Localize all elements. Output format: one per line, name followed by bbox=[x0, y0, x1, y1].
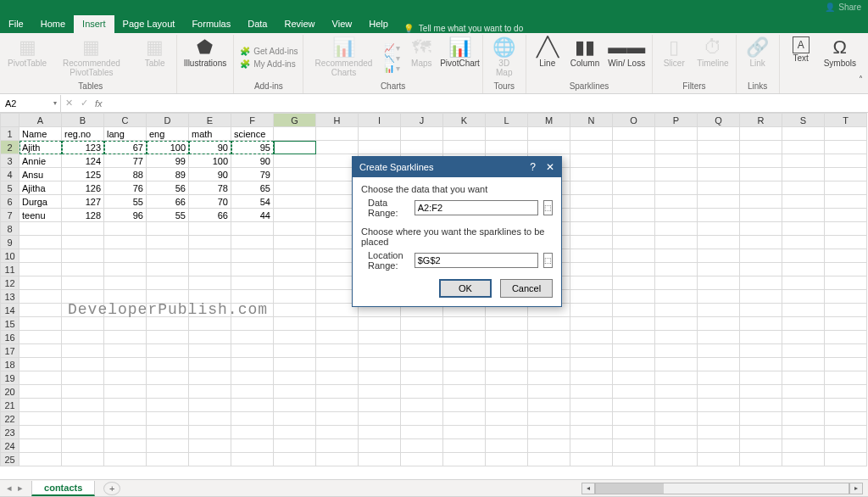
cell[interactable] bbox=[782, 127, 825, 141]
row-header[interactable]: 9 bbox=[1, 236, 19, 249]
cell[interactable] bbox=[401, 399, 443, 412]
cell[interactable] bbox=[698, 195, 740, 209]
cell[interactable] bbox=[782, 236, 825, 249]
cell[interactable] bbox=[528, 141, 570, 154]
cell[interactable] bbox=[782, 290, 825, 304]
cell[interactable] bbox=[62, 317, 104, 331]
cell[interactable] bbox=[613, 317, 655, 331]
cell[interactable] bbox=[613, 412, 655, 426]
cell[interactable]: Durga bbox=[19, 195, 62, 209]
cell[interactable] bbox=[316, 371, 359, 385]
slicer-button[interactable]: ▯Slicer bbox=[658, 35, 690, 68]
cell[interactable] bbox=[655, 276, 698, 290]
cell[interactable] bbox=[316, 439, 359, 453]
cell[interactable] bbox=[62, 249, 104, 263]
cell[interactable] bbox=[19, 304, 62, 317]
cell[interactable] bbox=[655, 181, 698, 195]
cell[interactable] bbox=[825, 331, 867, 344]
cell[interactable] bbox=[231, 439, 274, 453]
tab-data[interactable]: Data bbox=[239, 15, 275, 33]
cell[interactable] bbox=[401, 385, 443, 399]
cell[interactable] bbox=[698, 290, 740, 304]
share-label[interactable]: Share bbox=[838, 3, 861, 12]
cell[interactable] bbox=[740, 399, 782, 412]
cell[interactable] bbox=[231, 236, 274, 249]
cell[interactable] bbox=[613, 385, 655, 399]
cell[interactable] bbox=[782, 181, 825, 195]
cell[interactable] bbox=[19, 222, 62, 236]
cell[interactable] bbox=[274, 426, 316, 439]
cell[interactable]: reg.no bbox=[62, 127, 104, 141]
3dmap-button[interactable]: 🌐3D Map bbox=[488, 35, 520, 77]
cell[interactable] bbox=[740, 154, 782, 168]
cell[interactable] bbox=[443, 141, 486, 154]
cell[interactable] bbox=[698, 439, 740, 453]
cell[interactable] bbox=[825, 141, 867, 154]
cell[interactable] bbox=[655, 304, 698, 317]
data-range-input[interactable] bbox=[415, 200, 538, 215]
cell[interactable] bbox=[782, 453, 825, 466]
cell[interactable] bbox=[782, 249, 825, 263]
cell[interactable] bbox=[740, 263, 782, 276]
text-button[interactable]: AText bbox=[785, 35, 817, 63]
cell[interactable] bbox=[443, 317, 486, 331]
cell[interactable] bbox=[443, 399, 486, 412]
cell[interactable] bbox=[825, 344, 867, 358]
cell[interactable] bbox=[443, 344, 486, 358]
cell[interactable] bbox=[613, 236, 655, 249]
cell[interactable] bbox=[782, 412, 825, 426]
cell[interactable] bbox=[189, 399, 231, 412]
row-header[interactable]: 13 bbox=[1, 290, 19, 304]
tab-insert[interactable]: Insert bbox=[74, 15, 114, 33]
cell[interactable] bbox=[443, 331, 486, 344]
column-header[interactable]: D bbox=[147, 114, 189, 127]
cell[interactable] bbox=[274, 141, 316, 154]
cancel-button[interactable]: Cancel bbox=[500, 279, 553, 298]
cell[interactable] bbox=[189, 236, 231, 249]
chart-type-icon[interactable]: 📉 ▾ bbox=[384, 53, 401, 63]
row-header[interactable]: 2 bbox=[1, 141, 19, 154]
cell[interactable]: 90 bbox=[231, 154, 274, 168]
cell[interactable] bbox=[613, 154, 655, 168]
cell[interactable] bbox=[274, 331, 316, 344]
cell[interactable] bbox=[104, 439, 147, 453]
cell[interactable] bbox=[443, 412, 486, 426]
cell[interactable]: 99 bbox=[147, 154, 189, 168]
tab-formulas[interactable]: Formulas bbox=[183, 15, 239, 33]
cell[interactable]: 124 bbox=[62, 154, 104, 168]
tab-review[interactable]: Review bbox=[275, 15, 323, 33]
range-picker-icon[interactable]: ⬚ bbox=[543, 200, 553, 215]
cell[interactable] bbox=[740, 385, 782, 399]
sparkline-winloss-button[interactable]: ▬▬Win/ Loss bbox=[606, 35, 647, 68]
cell[interactable] bbox=[740, 181, 782, 195]
cell[interactable] bbox=[19, 426, 62, 439]
cell[interactable] bbox=[740, 344, 782, 358]
cell[interactable] bbox=[698, 412, 740, 426]
cell[interactable] bbox=[655, 236, 698, 249]
cell[interactable] bbox=[698, 317, 740, 331]
illustrations-button[interactable]: ⬟Illustrations bbox=[182, 35, 229, 68]
cell[interactable] bbox=[104, 249, 147, 263]
column-header[interactable]: M bbox=[528, 114, 570, 127]
cell[interactable] bbox=[359, 371, 401, 385]
cell[interactable] bbox=[274, 371, 316, 385]
cell[interactable]: eng bbox=[147, 127, 189, 141]
cell[interactable] bbox=[486, 453, 528, 466]
cell[interactable] bbox=[698, 453, 740, 466]
cell[interactable] bbox=[486, 439, 528, 453]
cell[interactable] bbox=[655, 127, 698, 141]
cell[interactable] bbox=[698, 426, 740, 439]
cell[interactable] bbox=[570, 290, 613, 304]
cell[interactable] bbox=[274, 154, 316, 168]
cell[interactable] bbox=[825, 358, 867, 371]
cell[interactable] bbox=[698, 399, 740, 412]
cell[interactable] bbox=[231, 331, 274, 344]
cell[interactable] bbox=[698, 263, 740, 276]
cell[interactable] bbox=[359, 127, 401, 141]
cell[interactable] bbox=[825, 453, 867, 466]
cell[interactable]: Name bbox=[19, 127, 62, 141]
cell[interactable] bbox=[782, 263, 825, 276]
cell[interactable] bbox=[147, 317, 189, 331]
cell[interactable] bbox=[316, 331, 359, 344]
tell-me[interactable]: 💡 Tell me what you want to do bbox=[403, 24, 523, 33]
